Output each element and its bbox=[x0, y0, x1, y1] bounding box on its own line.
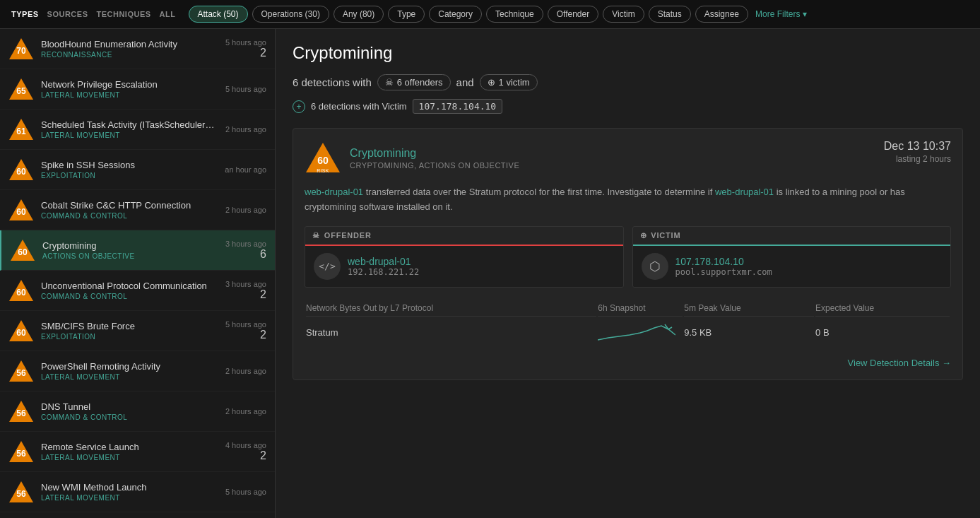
item-time: 2 hours ago bbox=[225, 206, 266, 214]
item-info: BloodHound Enumeration Activity RECONNAI… bbox=[41, 39, 218, 59]
card-datetime: Dec 13 10:37 lasting 2 hours bbox=[884, 140, 951, 164]
sidebar-item-8[interactable]: 56 PowerShell Remoting Activity LATERAL … bbox=[0, 351, 275, 392]
svg-text:60: 60 bbox=[16, 288, 26, 298]
victim-ip[interactable]: 107.178.104.10 bbox=[413, 99, 503, 114]
and-text: and bbox=[456, 76, 474, 88]
item-category: LATERAL MOVEMENT bbox=[41, 131, 218, 139]
svg-text:60: 60 bbox=[16, 207, 26, 217]
sidebar-item-2[interactable]: 61 Scheduled Task Activity (ITaskSchedul… bbox=[0, 110, 275, 150]
network-table: Network Bytes Out by L7 Protocol 6h Snap… bbox=[305, 299, 951, 349]
item-title: Network Privilege Escalation bbox=[41, 79, 218, 90]
chip-operations[interactable]: Operations (30) bbox=[252, 6, 329, 23]
filter-bar: TYPES SOURCES TECHNIQUES ALL Attack (50)… bbox=[0, 0, 980, 29]
score-triangle-icon: 60 bbox=[10, 237, 35, 263]
item-time: 3 hours ago bbox=[225, 240, 266, 248]
victim-body: ⬡ 107.178.104.10 pool.supportxmr.com bbox=[633, 246, 951, 287]
card-detection-subtitle: CRYPTOMINING, ACTIONS ON OBJECTIVE bbox=[350, 161, 519, 170]
score-triangle-icon: 56 bbox=[8, 439, 34, 464]
victim-panel: ⊕ VICTIM ⬡ 107.178.104.10 pool.supportxm… bbox=[632, 226, 952, 288]
victim-expand-button[interactable]: + bbox=[293, 100, 305, 113]
chip-victim[interactable]: Victim bbox=[603, 6, 644, 23]
more-filters-button[interactable]: More Filters ▾ bbox=[755, 9, 807, 19]
item-title: Scheduled Task Activity (ITaskSchedulerS… bbox=[41, 119, 218, 130]
detection-card: 60 RISK Cryptomining CRYPTOMINING, ACTIO… bbox=[293, 128, 963, 380]
chip-status[interactable]: Status bbox=[649, 6, 691, 23]
sidebar-item-1[interactable]: 65 Network Privilege Escalation LATERAL … bbox=[0, 69, 275, 110]
item-title: DNS Tunnel bbox=[41, 401, 218, 412]
desc-text-1: transferred data over the Stratum protoc… bbox=[366, 187, 715, 197]
sidebar-item-10[interactable]: 56 Remote Service Launch LATERAL MOVEMEN… bbox=[0, 432, 275, 472]
item-info: Network Privilege Escalation LATERAL MOV… bbox=[41, 79, 218, 99]
chip-assignee[interactable]: Assignee bbox=[695, 6, 748, 23]
item-time: 2 hours ago bbox=[225, 407, 266, 416]
tab-all[interactable]: ALL bbox=[157, 8, 179, 20]
victim-icon-circle: ⬡ bbox=[642, 253, 668, 280]
card-description: web-drupal-01 transferred data over the … bbox=[305, 185, 951, 215]
sidebar: 70 BloodHound Enumeration Activity RECON… bbox=[0, 29, 276, 518]
offender-name[interactable]: web-drupal-01 bbox=[348, 256, 419, 267]
score-triangle-icon: 60 bbox=[8, 278, 34, 303]
card-title-block: Cryptomining CRYPTOMINING, ACTIONS ON OB… bbox=[350, 147, 519, 170]
item-time: 5 hours ago bbox=[225, 320, 266, 329]
item-category: COMMAND & CONTROL bbox=[41, 293, 218, 300]
card-date: Dec 13 10:37 bbox=[884, 140, 951, 153]
victims-badge[interactable]: ⊕ 1 victim bbox=[480, 74, 538, 90]
sidebar-item-7[interactable]: 60 SMB/CIFS Brute Force EXPLOITATION 5 h… bbox=[0, 311, 275, 351]
card-detection-title[interactable]: Cryptomining bbox=[350, 147, 519, 160]
offender-skull-icon: ☠ bbox=[312, 231, 320, 240]
item-info: Cryptomining ACTIONS ON OBJECTIVE bbox=[42, 240, 218, 260]
sidebar-item-6[interactable]: 60 Unconventional Protocol Communication… bbox=[0, 271, 275, 311]
skull-icon: ☠ bbox=[385, 77, 394, 88]
tab-techniques[interactable]: TECHNIQUES bbox=[93, 8, 153, 20]
victim-hostname: pool.supportxmr.com bbox=[675, 267, 772, 277]
offenders-badge[interactable]: ☠ 6 offenders bbox=[377, 74, 451, 90]
offender-icon-circle: </> bbox=[314, 253, 341, 280]
item-info: Remote Service Launch LATERAL MOVEMENT bbox=[41, 442, 218, 461]
item-count: 2 bbox=[225, 47, 266, 59]
svg-text:56: 56 bbox=[16, 449, 26, 459]
view-detection-details-link[interactable]: View Detection Details → bbox=[305, 358, 951, 368]
main-layout: 70 BloodHound Enumeration Activity RECON… bbox=[0, 29, 980, 518]
item-info: Cobalt Strike C&C HTTP Connection COMMAN… bbox=[41, 200, 218, 220]
svg-text:56: 56 bbox=[16, 408, 26, 418]
chip-type[interactable]: Type bbox=[388, 6, 425, 23]
score-triangle-icon: 70 bbox=[8, 36, 34, 61]
sidebar-item-9[interactable]: 56 DNS Tunnel COMMAND & CONTROL 2 hours … bbox=[0, 392, 275, 432]
sparkline-cell bbox=[598, 318, 683, 348]
chip-category[interactable]: Category bbox=[429, 6, 482, 23]
victim-row: + 6 detections with Victim 107.178.104.1… bbox=[293, 99, 963, 114]
col-protocol: Network Bytes Out by L7 Protocol bbox=[306, 300, 596, 317]
target-icon: ⊕ bbox=[488, 77, 495, 88]
sidebar-item-5[interactable]: 60 Cryptomining ACTIONS ON OBJECTIVE 3 h… bbox=[0, 230, 275, 271]
offender-link-1[interactable]: web-drupal-01 bbox=[305, 187, 363, 197]
item-time: 2 hours ago bbox=[225, 367, 266, 375]
panel-title: Cryptomining bbox=[293, 43, 963, 63]
tab-types[interactable]: TYPES bbox=[8, 8, 42, 20]
item-time: 5 hours ago bbox=[225, 488, 266, 496]
item-time: an hour ago bbox=[225, 165, 266, 174]
item-category: COMMAND & CONTROL bbox=[41, 413, 218, 421]
chip-attack[interactable]: Attack (50) bbox=[189, 6, 248, 23]
chip-technique[interactable]: Technique bbox=[486, 6, 543, 23]
sidebar-item-3[interactable]: 60 Spike in SSH Sessions EXPLOITATION an… bbox=[0, 150, 275, 190]
item-category: ACTIONS ON OBJECTIVE bbox=[42, 252, 218, 260]
col-snapshot: 6h Snapshot bbox=[598, 300, 683, 317]
svg-text:60: 60 bbox=[18, 247, 28, 257]
victim-row-label: 6 detections with Victim bbox=[311, 101, 407, 112]
victim-name[interactable]: 107.178.104.10 bbox=[675, 256, 772, 267]
offender-link-2[interactable]: web-drupal-01 bbox=[715, 187, 774, 197]
sidebar-item-0[interactable]: 70 BloodHound Enumeration Activity RECON… bbox=[0, 29, 275, 69]
col-expected: Expected Value bbox=[815, 300, 950, 317]
item-info: New WMI Method Launch LATERAL MOVEMENT bbox=[41, 482, 218, 502]
svg-text:70: 70 bbox=[16, 46, 26, 56]
tab-sources[interactable]: SOURCES bbox=[45, 8, 91, 20]
card-header: 60 RISK Cryptomining CRYPTOMINING, ACTIO… bbox=[305, 140, 951, 177]
peak-value: 9.5 KB bbox=[684, 318, 814, 348]
card-header-left: 60 RISK Cryptomining CRYPTOMINING, ACTIO… bbox=[305, 140, 519, 177]
chip-offender[interactable]: Offender bbox=[548, 6, 598, 23]
item-meta: 3 hours ago 2 bbox=[225, 280, 266, 301]
sidebar-item-4[interactable]: 60 Cobalt Strike C&C HTTP Connection COM… bbox=[0, 190, 275, 230]
item-count: 6 bbox=[225, 248, 266, 261]
sidebar-item-11[interactable]: 56 New WMI Method Launch LATERAL MOVEMEN… bbox=[0, 472, 275, 512]
chip-any[interactable]: Any (80) bbox=[333, 6, 384, 23]
